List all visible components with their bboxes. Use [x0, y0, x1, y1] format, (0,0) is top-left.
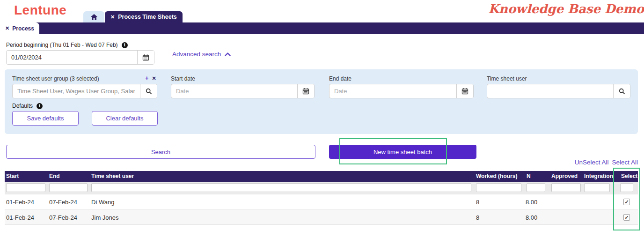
close-icon[interactable]: ✕	[5, 25, 9, 31]
calendar-icon[interactable]	[297, 84, 314, 98]
user-field	[487, 84, 630, 98]
start-date-field	[171, 84, 315, 98]
table-row[interactable]: 01-Feb-24 07-Feb-24 Di Wang 8 8.00 ✓	[5, 194, 638, 209]
defaults-label-row: Defaults i	[12, 103, 43, 109]
tab-process-time-sheets[interactable]: ✕ Process Time Sheets	[105, 11, 183, 22]
unselect-all-link[interactable]: UnSelect All	[575, 159, 609, 166]
cell-end: 07-Feb-24	[49, 199, 77, 206]
advanced-search-toggle[interactable]: Advanced search	[172, 51, 231, 58]
cell-n: 8.00	[526, 214, 537, 221]
period-beginning-label: Period beginning (Thu 01 Feb - Wed 07 Fe…	[6, 42, 118, 48]
start-date-input[interactable]	[171, 84, 297, 98]
period-beginning-input[interactable]	[7, 51, 137, 64]
column-header-end[interactable]: End	[49, 173, 60, 179]
filter-integration-input[interactable]	[584, 183, 610, 192]
search-icon[interactable]	[140, 84, 157, 98]
filter-start-input[interactable]	[6, 183, 45, 192]
advanced-search-label: Advanced search	[172, 51, 221, 58]
row-select-checkbox[interactable]: ✓	[623, 199, 630, 205]
clear-group-icon[interactable]: ✕	[152, 74, 156, 82]
tab-label: Process Time Sheets	[118, 14, 177, 20]
tab-home[interactable]	[83, 11, 104, 22]
column-header-user[interactable]: Time sheet user	[91, 173, 134, 179]
clear-defaults-button[interactable]: Clear defaults	[92, 111, 158, 126]
column-header-select[interactable]: Select	[621, 173, 637, 179]
filter-worked-input[interactable]	[476, 183, 521, 192]
period-beginning-field	[6, 50, 154, 65]
column-header-approved[interactable]: Approved	[551, 173, 578, 179]
group-field	[12, 84, 157, 98]
filter-n-input[interactable]	[527, 183, 545, 192]
row-select-checkbox[interactable]: ✓	[623, 214, 630, 221]
cell-user: Di Wang	[91, 199, 114, 206]
calendar-icon[interactable]	[137, 51, 154, 64]
end-date-input[interactable]	[329, 84, 456, 98]
cell-user: Jim Jones	[91, 214, 119, 221]
filter-user-input[interactable]	[91, 183, 471, 192]
secondary-tab-bar: ✕ Process	[0, 22, 644, 34]
process-time-sheets-page: Lentune ✕ Process Time Sheets Knowledge …	[0, 0, 644, 245]
info-icon[interactable]: i	[37, 103, 43, 109]
table-header: Start End Time sheet user Worked (hours)…	[5, 171, 638, 182]
cell-worked: 8	[476, 199, 479, 206]
calendar-icon[interactable]	[456, 84, 473, 98]
cell-worked: 8	[476, 214, 479, 221]
table-filter-row	[5, 182, 638, 194]
cell-n: 8.00	[526, 199, 537, 206]
filter-approved-input[interactable]	[551, 183, 581, 192]
home-icon	[90, 14, 98, 21]
user-label: Time sheet user	[487, 75, 527, 82]
new-time-sheet-batch-button[interactable]: New time sheet batch	[329, 145, 476, 159]
start-date-label: Start date	[171, 75, 195, 82]
save-defaults-button[interactable]: Save defaults	[12, 111, 79, 126]
period-beginning-label-row: Period beginning (Thu 01 Feb - Wed 07 Fe…	[6, 42, 128, 48]
search-icon[interactable]	[613, 84, 630, 98]
select-all-link[interactable]: Select All	[612, 159, 638, 166]
column-header-start[interactable]: Start	[6, 173, 19, 179]
info-icon[interactable]: i	[122, 42, 128, 48]
table-row[interactable]: 01-Feb-24 07-Feb-24 Jim Jones 8 8.00 ✓	[5, 209, 638, 225]
advanced-search-panel: Time sheet user group (3 selected) + ✕ S…	[5, 69, 638, 134]
watermark-knowledge-base-demo: Knowledge Base Demo	[488, 2, 644, 16]
group-actions: + ✕	[145, 74, 156, 82]
end-date-field	[329, 84, 474, 98]
subtab-label: Process	[12, 25, 34, 32]
add-group-icon[interactable]: +	[145, 74, 149, 82]
end-date-label: End date	[329, 75, 351, 82]
search-button[interactable]: Search	[6, 145, 315, 159]
close-icon[interactable]: ✕	[110, 14, 115, 20]
filter-select-input[interactable]	[620, 183, 633, 192]
lentune-logo: Lentune	[14, 3, 66, 18]
filter-end-input[interactable]	[49, 183, 88, 192]
column-header-worked[interactable]: Worked (hours)	[476, 173, 517, 179]
chevron-up-icon	[225, 52, 231, 56]
column-header-n[interactable]: N	[527, 173, 531, 179]
group-input[interactable]	[13, 84, 140, 98]
column-header-integration[interactable]: Integration	[584, 173, 616, 179]
group-label: Time sheet user group (3 selected)	[12, 75, 99, 82]
tab-process[interactable]: ✕ Process	[0, 22, 39, 34]
defaults-label: Defaults	[12, 103, 33, 109]
cell-end: 07-Feb-24	[49, 214, 77, 221]
selection-links: UnSelect All Select All	[575, 159, 638, 166]
cell-start: 01-Feb-24	[6, 199, 34, 206]
user-input[interactable]	[487, 84, 613, 98]
cell-start: 01-Feb-24	[6, 214, 34, 221]
